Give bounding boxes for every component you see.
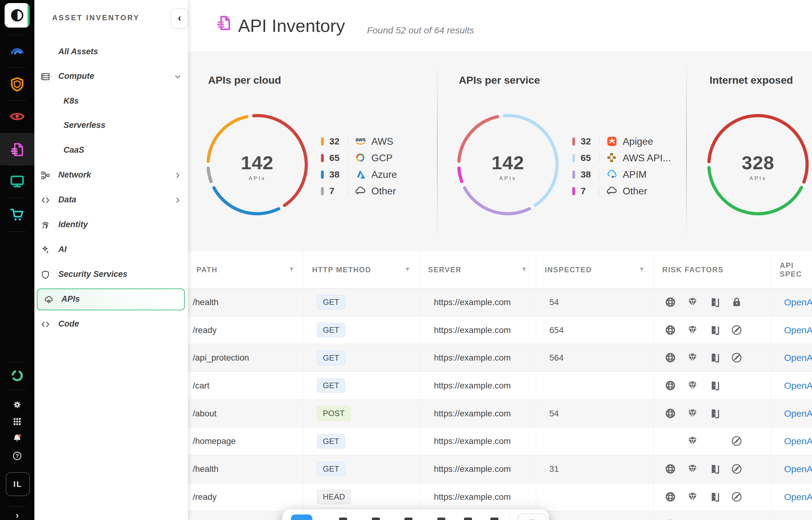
sparkles-icon (41, 245, 50, 255)
column-header-api-spec[interactable]: API SPEC (771, 252, 812, 288)
door-risk-icon (709, 352, 731, 364)
toolbar-icon-partial[interactable] (464, 518, 472, 520)
legend-item-apigee[interactable]: 32 Apigee (572, 133, 671, 150)
sidebar-item-compute[interactable]: Compute (34, 69, 188, 84)
filter-icon[interactable] (639, 267, 645, 273)
table-row[interactable]: /ready GET https://example.com 654 OpenA… (188, 316, 812, 344)
sidebar-item-serverless[interactable]: Serverless (34, 118, 188, 133)
column-header-server[interactable]: SERVER (419, 252, 536, 288)
openapi-link[interactable]: OpenAPI (784, 381, 812, 391)
rail-item-shield[interactable] (0, 76, 34, 93)
column-header-http-method[interactable]: HTTP METHOD (303, 252, 419, 288)
sidebar-item-identity[interactable]: Identity (34, 218, 188, 232)
app-rail: IL › (0, 0, 34, 520)
apigee-icon (606, 135, 618, 148)
door-risk-icon (709, 324, 731, 336)
risk-factor-icons (654, 455, 771, 483)
rail-item-api-inventory[interactable] (0, 141, 34, 158)
sidebar-item-ai[interactable]: AI (34, 242, 188, 257)
divider (8, 100, 26, 101)
chevron-right-icon[interactable] (174, 172, 181, 179)
method-badge: GET (317, 434, 345, 448)
rail-item-cart[interactable] (0, 206, 34, 223)
table-row[interactable]: /about POST https://example.com 54 OpenA… (188, 400, 812, 428)
legend-item-apim[interactable]: 38 APIM (572, 166, 671, 183)
divider (599, 186, 599, 196)
chevron-right-icon[interactable] (174, 197, 181, 204)
diamond-risk-icon (687, 408, 709, 419)
wasp-risk-icon (731, 352, 753, 364)
toolbar-icon-partial[interactable] (437, 518, 445, 520)
legend-item-other[interactable]: 7 Other (321, 183, 397, 199)
apps-grid-icon (12, 416, 22, 427)
door-risk-icon (709, 463, 731, 475)
table-row[interactable]: /homepage GET https://example.com OpenAP… (188, 427, 812, 455)
rail-item-monitor[interactable] (0, 173, 34, 189)
legend-item-aws-api-gateway[interactable]: 65 AWS API... (572, 150, 671, 166)
rail-item-notifications[interactable] (0, 433, 34, 444)
rail-item-signal[interactable] (0, 42, 34, 59)
divider (599, 137, 599, 146)
sidebar-item-code[interactable]: Code (34, 317, 188, 332)
risk-factor-icons (654, 427, 771, 455)
table-row[interactable]: /health GET https://example.com 31 OpenA… (188, 455, 812, 483)
filter-icon[interactable] (521, 267, 527, 273)
legend-item-other[interactable]: 7 Other (572, 183, 671, 199)
brand-logo[interactable] (5, 3, 30, 28)
sidebar-item-all-assets[interactable]: All Assets (34, 45, 188, 59)
method-badge: GET (317, 351, 345, 365)
lock-risk-icon (731, 296, 753, 308)
sidebar-item-network[interactable]: Network (34, 168, 188, 183)
legend-apis-per-cloud: 32 AWS 65 GCP 38 Azure 7 (321, 133, 397, 199)
rail-expand-button[interactable]: › (0, 510, 34, 520)
openapi-link[interactable]: OpenAPI (784, 297, 812, 308)
rail-item-ring-logo[interactable] (0, 368, 34, 383)
sidebar-item-data[interactable]: Data (34, 193, 188, 208)
secondary-button[interactable] (517, 514, 547, 520)
rail-item-settings[interactable] (0, 399, 34, 410)
globe-risk-icon (665, 296, 687, 308)
table-row[interactable]: /ready HEAD https://example.com OpenAPI (188, 483, 812, 511)
legend-item-aws[interactable]: 32 AWS (321, 133, 397, 150)
column-header-path[interactable]: PATH (188, 252, 303, 288)
filter-icon[interactable] (289, 267, 295, 273)
help-icon (12, 451, 22, 461)
openapi-link[interactable]: OpenAPI (784, 408, 812, 419)
table-row[interactable]: /cart GET https://example.com OpenAPI (188, 372, 812, 400)
profile-initials: IL (13, 479, 22, 489)
sidebar-item-apis[interactable]: APIs (37, 288, 185, 310)
sidebar-collapse-button[interactable]: ‹ (171, 8, 188, 28)
rail-item-eye[interactable] (0, 108, 34, 125)
column-header-risk-factors[interactable]: RISK FACTORS (654, 252, 771, 288)
rail-item-help[interactable] (0, 451, 34, 461)
legend-swatch (572, 187, 575, 195)
table-row[interactable]: /health GET https://example.com 54 OpenA… (188, 288, 812, 316)
primary-action-button[interactable] (291, 515, 313, 520)
diamond-risk-icon (687, 380, 709, 392)
sidebar-item-k8s[interactable]: K8s (34, 94, 188, 109)
filter-icon[interactable] (404, 267, 411, 273)
openapi-link[interactable]: OpenAPI (784, 325, 812, 335)
toolbar-icon-partial[interactable] (490, 518, 498, 520)
chevron-down-icon[interactable] (174, 73, 181, 80)
sidebar-item-caas[interactable]: CaaS (34, 143, 188, 158)
charts-band: APIs per cloud 142 APIs 32 AWS 65 GCP (188, 52, 812, 252)
table-row[interactable]: /api_protection GET https://example.com … (188, 344, 812, 372)
toolbar-icon-partial[interactable] (372, 518, 380, 520)
donut-center-label: 142 APIs (474, 152, 542, 182)
legend-item-azure[interactable]: 38 Azure (321, 166, 397, 183)
openapi-link[interactable]: OpenAPI (784, 464, 812, 474)
sidebar-item-security-services[interactable]: Security Services (34, 267, 188, 282)
toolbar-icon-partial[interactable] (339, 518, 347, 520)
column-header-inspected[interactable]: INSPECTED (536, 252, 654, 288)
risk-factor-icons (654, 288, 771, 316)
openapi-link[interactable]: OpenAPI (784, 492, 812, 502)
legend-item-gcp[interactable]: 65 GCP (321, 150, 397, 166)
rail-item-apps[interactable] (0, 416, 34, 427)
legend-swatch (321, 137, 324, 146)
profile-button[interactable]: IL (6, 472, 30, 496)
toolbar-icon-partial[interactable] (404, 518, 413, 520)
openapi-link[interactable]: OpenAPI (784, 353, 812, 363)
wasp-risk-icon (731, 491, 753, 503)
openapi-link[interactable]: OpenAPI (784, 436, 812, 446)
